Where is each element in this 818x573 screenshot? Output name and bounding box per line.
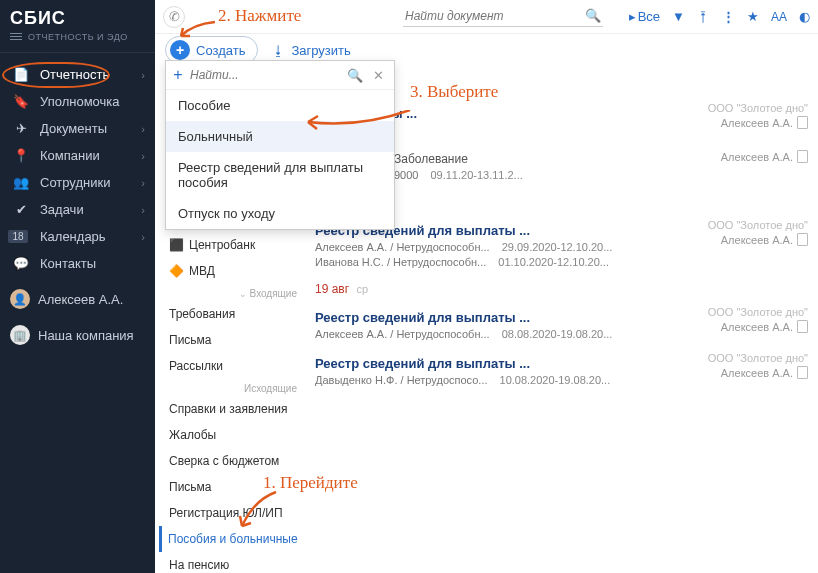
sidebar-item-label: Уполномочка <box>40 94 145 109</box>
plus-icon: + <box>170 40 190 60</box>
sidebar-item-1[interactable]: 🔖 Уполномочка <box>0 88 155 115</box>
popup-item[interactable]: Отпуск по уходу <box>166 198 394 229</box>
list-item[interactable]: Сверка с бюджетом <box>165 448 305 474</box>
upload-label: Загрузить <box>291 43 350 58</box>
phone-button[interactable]: ✆ <box>163 6 185 28</box>
org-item[interactable]: ⬛Центробанк <box>165 232 305 258</box>
list-item[interactable]: Рассылки <box>165 353 305 379</box>
chevron-right-icon: › <box>141 204 145 216</box>
popup-add-icon[interactable]: + <box>172 66 184 84</box>
popup-item[interactable]: Реестр сведений для выплаты пособия <box>166 152 394 198</box>
chevron-right-icon: › <box>141 150 145 162</box>
list-item[interactable]: На пенсию <box>165 552 305 573</box>
pin-icon: 📍 <box>12 149 30 163</box>
chevron-right-icon: › <box>141 177 145 189</box>
star-icon[interactable]: ★ <box>747 9 759 24</box>
sidebar-user[interactable]: 👤 Алексеев А.А. <box>0 281 155 317</box>
sidebar-item-label: Календарь <box>40 229 141 244</box>
file-icon <box>797 320 808 333</box>
font-size-icon[interactable]: AA <box>771 10 787 24</box>
file-icon <box>797 150 808 163</box>
create-dropdown: + 🔍 ✕ ПособиеБольничныйРеестр сведений д… <box>165 60 395 230</box>
send-icon: ✈ <box>12 122 30 136</box>
category-column: 🟢РПН🟡ФСРАР⬛Центробанк🔶МВД⌄ ВходящиеТребо… <box>165 180 305 573</box>
chevron-right-icon: › <box>141 123 145 135</box>
list-item[interactable]: Требования <box>165 301 305 327</box>
stamp-icon: 🔖 <box>12 95 30 109</box>
sidebar-company[interactable]: 🏢 Наша компания <box>0 317 155 353</box>
people-icon: 👥 <box>12 176 30 190</box>
avatar: 👤 <box>10 289 30 309</box>
brand-logo: СБИС <box>10 8 145 29</box>
doc-meta: ООО "Золотое дно" Алексеев А.А. <box>708 219 808 246</box>
sidebar-item-0[interactable]: 📄 Отчетность › <box>0 61 155 88</box>
org-icon: 🔶 <box>169 264 183 278</box>
org-icon: ⬛ <box>169 238 183 252</box>
sidebar-item-6[interactable]: 18 Календарь › <box>0 223 155 250</box>
sidebar-item-2[interactable]: ✈ Документы › <box>0 115 155 142</box>
popup-search-icon[interactable]: 🔍 <box>347 68 363 83</box>
group-header-out: Исходящие <box>165 379 305 396</box>
brand-subtitle: ОТЧЕТНОСТЬ И ЭДО <box>10 31 145 42</box>
sidebar-item-5[interactable]: ✔ Задачи › <box>0 196 155 223</box>
more-icon[interactable]: ⋮ <box>722 9 735 24</box>
file-icon <box>797 366 808 379</box>
popup-item[interactable]: Больничный <box>166 121 394 152</box>
sidebar-item-3[interactable]: 📍 Компании › <box>0 142 155 169</box>
document-row[interactable]: Реестр сведений для выплаты ...Давыденко… <box>315 350 808 396</box>
list-item[interactable]: Справки и заявления <box>165 396 305 422</box>
sidebar-item-label: Компании <box>40 148 141 163</box>
top-search: 🔍 <box>403 6 603 27</box>
file-icon <box>797 233 808 246</box>
filter-all[interactable]: ▸ Все <box>629 9 660 24</box>
company-name: Наша компания <box>38 328 134 343</box>
document-row[interactable]: Реестр сведений для выплаты ...Алексеев … <box>315 304 808 350</box>
upload-top-icon[interactable]: ⭱ <box>697 9 710 24</box>
popup-item[interactable]: Пособие <box>166 90 394 121</box>
report-icon: 📄 <box>12 68 30 82</box>
doc-meta: ООО "Золотое дно" Алексеев А.А. <box>708 102 808 129</box>
sidebar-item-label: Задачи <box>40 202 141 217</box>
list-item[interactable]: Письма <box>165 474 305 500</box>
search-input[interactable] <box>403 6 603 27</box>
popup-close-icon[interactable]: ✕ <box>369 68 388 83</box>
check-icon: ✔ <box>12 203 30 217</box>
doc-subtitle: Иванова Н.С. / Нетрудоспособн...01.10.20… <box>315 256 808 268</box>
list-item[interactable]: Регистрация ЮЛ/ИП <box>165 500 305 526</box>
org-item[interactable]: 🔶МВД <box>165 258 305 284</box>
sidebar-item-label: Контакты <box>40 256 145 271</box>
search-icon[interactable]: 🔍 <box>585 8 601 23</box>
sidebar-item-7[interactable]: 💬 Контакты <box>0 250 155 277</box>
doc-meta: ООО "Золотое дно" Алексеев А.А. <box>708 306 808 333</box>
annotation-3: 3. Выберите <box>410 82 498 102</box>
sidebar-item-4[interactable]: 👥 Сотрудники › <box>0 169 155 196</box>
theme-icon[interactable]: ◐ <box>799 9 810 24</box>
popup-search-input[interactable] <box>190 68 341 82</box>
list-item[interactable]: Письма <box>165 327 305 353</box>
topbar: ✆ 🔍 ▸ Все ▼ ⭱ ⋮ ★ AA ◐ <box>155 0 818 34</box>
list-item[interactable]: Жалобы <box>165 422 305 448</box>
file-icon <box>797 116 808 129</box>
sidebar-item-label: Документы <box>40 121 141 136</box>
chevron-right-icon: › <box>141 69 145 81</box>
chat-icon: 💬 <box>12 257 30 271</box>
date-separator: 19 авг ср <box>315 278 808 304</box>
create-label: Создать <box>196 43 245 58</box>
cal-icon: 18 <box>12 230 30 244</box>
chevron-right-icon: › <box>141 231 145 243</box>
doc-meta: Алексеев А.А. <box>721 148 808 163</box>
list-item[interactable]: Пособия и больничные <box>159 526 305 552</box>
chevron-down-icon[interactable]: ⌄ <box>239 289 247 299</box>
filter-icon[interactable]: ▼ <box>672 9 685 24</box>
upload-button[interactable]: ⭳ Загрузить <box>272 43 350 58</box>
burger-icon[interactable] <box>10 31 22 42</box>
sidebar-item-label: Отчетность <box>40 67 141 82</box>
upload-icon: ⭳ <box>272 43 285 58</box>
company-icon: 🏢 <box>10 325 30 345</box>
user-name: Алексеев А.А. <box>38 292 123 307</box>
doc-meta: ООО "Золотое дно" Алексеев А.А. <box>708 352 808 379</box>
sidebar-item-label: Сотрудники <box>40 175 141 190</box>
sidebar: СБИС ОТЧЕТНОСТЬ И ЭДО 📄 Отчетность ›🔖 Уп… <box>0 0 155 573</box>
group-header-in: ⌄ Входящие <box>165 284 305 301</box>
